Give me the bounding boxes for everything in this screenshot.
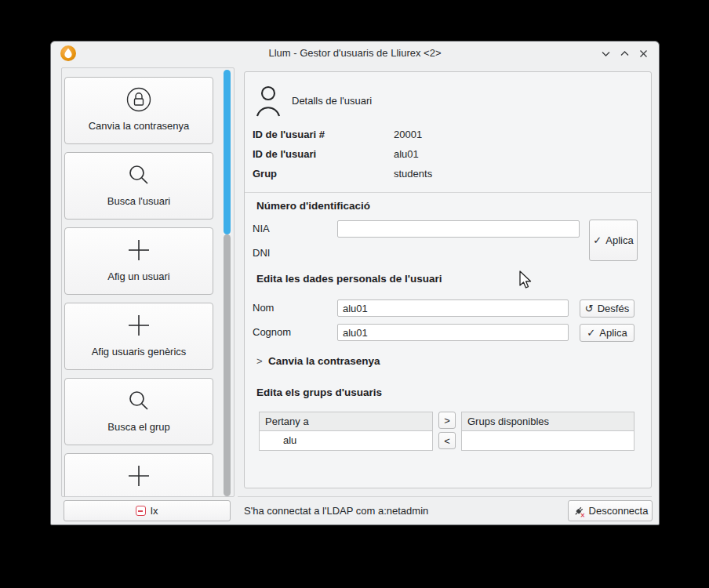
uid-number-value: 20001 [394,129,422,140]
list-item[interactable] [461,431,634,451]
undo-button-label: Desfés [598,303,629,314]
exit-button[interactable]: Ix [64,500,231,521]
app-window: Llum - Gestor d'usuaris de Lliurex <2> C… [50,41,660,525]
sidebar: Canvia la contrasenya Busca l'usuari Afi… [61,67,235,497]
move-right-button[interactable]: > [438,412,456,429]
section-divider [245,192,651,193]
chevron-left-icon: < [444,435,450,447]
scrollbar-thumb[interactable] [224,70,231,234]
user-icon [255,85,282,120]
sidebar-button-change-password[interactable]: Canvia la contrasenya [64,77,213,144]
personal-section-title: Edita les dades personals de l'usuari [256,273,442,285]
apply-button-label: Aplica [599,327,627,339]
nia-input[interactable] [337,220,580,238]
sidebar-button-search-group[interactable]: Busca el grup [64,378,213,445]
groups-section-title: Edita els grups d'usuaris [256,387,382,398]
disconnect-button-label: Desconnecta [589,505,649,517]
titlebar[interactable]: Llum - Gestor d'usuaris de Lliurex <2> [51,42,659,65]
sidebar-scrollbar[interactable] [224,70,231,496]
undo-button[interactable]: ↺Desfés [580,299,634,318]
exit-button-label: Ix [150,505,158,517]
change-password-disclosure[interactable]: Canvia la contrasenya [268,355,380,367]
exit-icon [136,506,146,516]
plug-disconnect-icon: × [573,505,585,517]
window-title: Llum - Gestor d'usuaris de Lliurex <2> [51,42,659,65]
cognom-input[interactable] [337,324,569,341]
sidebar-button-add-generic-users[interactable]: Afig usuaris genèrics [64,303,213,370]
user-details-panel: Detalls de l'usuari ID de l'usuari # 200… [244,71,652,488]
sidebar-button-search-user[interactable]: Busca l'usuari [64,152,213,220]
nom-label: Nom [253,302,274,314]
search-icon [65,387,213,415]
search-icon [65,161,213,189]
maximize-icon[interactable] [619,48,631,60]
apply-button-label: Aplica [605,234,633,246]
scrollbar-track-lower[interactable] [224,234,231,496]
check-icon: ✓ [587,327,595,339]
minimize-icon[interactable] [600,48,612,60]
list-item[interactable]: alu [259,431,433,451]
disconnect-button[interactable]: × Desconnecta [568,500,653,521]
sidebar-button-label: Afig un usuari [68,270,209,282]
details-title: Detalls de l'usuari [292,95,372,107]
identification-apply-button[interactable]: ✓Aplica [589,220,638,261]
group-value: students [394,168,432,180]
personal-apply-button[interactable]: ✓Aplica [580,324,634,342]
close-icon[interactable] [638,48,649,60]
nia-label: NIA [253,223,270,234]
cognom-label: Cognom [253,326,291,338]
uid-value: alu01 [394,148,419,160]
check-icon: ✓ [593,234,602,246]
plus-icon [65,462,213,490]
uid-number-label: ID de l'usuari # [253,129,325,140]
sidebar-button-add-user[interactable]: Afig un usuari [64,227,213,295]
nom-input[interactable] [337,299,569,317]
sidebar-button-label: Busca l'usuari [68,195,209,207]
undo-icon: ↺ [585,303,594,314]
group-label: Grup [253,168,277,180]
chevron-right-icon: > [256,355,263,367]
available-groups-header: Grups disponibles [461,412,634,431]
lock-icon [65,85,213,114]
available-groups-list[interactable]: Grups disponibles [461,412,634,451]
sidebar-button-partial[interactable] [64,453,213,497]
svg-text:×: × [580,511,585,517]
statusbar-divider [238,496,652,497]
plus-icon [65,236,213,264]
member-groups-list[interactable]: Pertany a alu [259,412,433,451]
member-groups-header: Pertany a [259,412,433,431]
dni-label: DNI [253,247,270,259]
uid-label: ID de l'usuari [253,148,316,160]
move-left-button[interactable]: < [438,432,456,449]
plus-icon [65,311,213,339]
sidebar-button-label: Busca el grup [68,421,209,433]
identification-section-title: Número d'identificació [256,200,370,212]
sidebar-button-label: Canvia la contrasenya [68,120,209,132]
chevron-right-icon: > [444,415,450,426]
ldap-status-text: S'ha connectat a l'LDAP com a:netadmin [244,500,428,521]
sidebar-button-label: Afig usuaris genèrics [68,346,209,358]
